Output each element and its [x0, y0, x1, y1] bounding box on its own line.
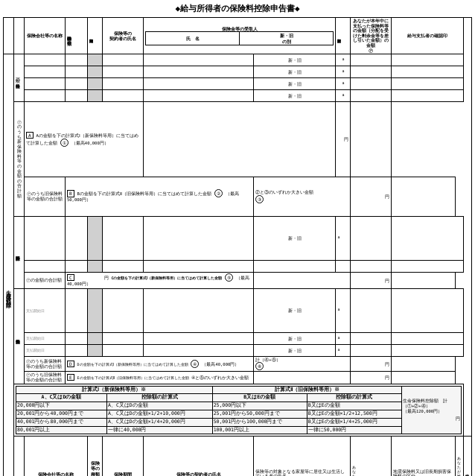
life-general-old-subtotal: ㋐のうち旧保険料等の金額の合計額 B Bの金額を下の計算式Ⅱ（旧保険料等用）に当…	[4, 177, 472, 216]
nursing-c-label: ㋐の金額の合計額	[25, 272, 66, 288]
circle-5: ⑤	[225, 273, 233, 282]
annuity-entry-3[interactable]: 支払開始日	[25, 344, 66, 356]
b-amount-cell[interactable]: 円	[351, 177, 392, 216]
nursing-recipient-2[interactable]	[144, 260, 254, 272]
recipient-name-2a[interactable]	[144, 66, 254, 78]
nursing-period-1[interactable]	[88, 216, 103, 260]
annuity-e-result	[254, 372, 351, 384]
nursing-c-result	[254, 272, 351, 288]
annuity-recipient-3[interactable]	[144, 344, 254, 356]
a-amount-cell[interactable]: 円	[336, 102, 351, 177]
entry-field-2a[interactable]	[25, 66, 66, 78]
period-field-3a[interactable]	[88, 78, 103, 90]
life-deduction-total-cell: 生命保険料控除額 計（①+②+④） （最高120,000円） 円	[401, 386, 461, 434]
circle-3-note: ③	[255, 195, 264, 203]
annuity-e-amount[interactable]: 円	[351, 372, 392, 384]
category-4a: a	[336, 90, 351, 102]
amount-1a[interactable]	[351, 54, 392, 66]
formula1-title: 計算式Ⅰ（新保険料等用）※	[16, 386, 213, 394]
nursing-confirm-1	[392, 216, 464, 260]
e-formula-text: Eの金額を下の計算式Ⅱ（旧保険料等用）に当てはめて計算した金額	[77, 375, 189, 380]
eq-insured-header: 保険等の対象となる家屋等に居住又は生活している者の氏名	[254, 437, 351, 476]
nursing-type-2[interactable]	[66, 260, 88, 272]
c-amount-input[interactable]: 円	[77, 276, 109, 280]
type-field-3a[interactable]	[66, 78, 88, 90]
annuity-recipient-1[interactable]	[144, 288, 254, 332]
entry-field-4a[interactable]	[25, 90, 66, 102]
annuity-amount-3[interactable]	[351, 344, 392, 356]
amount-3a[interactable]	[351, 78, 392, 90]
annuity-period-3[interactable]	[88, 344, 103, 356]
eq-type-header: 保険等の種類（目的）	[88, 437, 103, 476]
life-deduction-amount[interactable]: 円	[403, 416, 460, 422]
life-deduction-total-label: 生命保険料控除額 計（①+②+④）	[403, 399, 460, 408]
f1-range-3: 40,001円から80,000円まで	[16, 418, 107, 426]
annuity-type-3[interactable]	[66, 344, 88, 356]
eq-period-header: 保険期間	[103, 437, 144, 476]
nursing-period-2[interactable]	[88, 260, 103, 272]
contractor-field-4a[interactable]	[103, 90, 144, 102]
entry-field-3a[interactable]	[25, 78, 66, 90]
annuity-contractor-2[interactable]	[103, 332, 144, 344]
contractor-field-1a[interactable]	[103, 54, 144, 66]
annuity-entry-1[interactable]: 支払開始日	[25, 288, 66, 332]
b-formula-text: Bの金額を下の計算式Ⅱ（旧保険料等用）に当てはめて計算した金額	[77, 191, 211, 196]
annuity-row1: 個人年金保険料 支払開始日 新・旧 a	[4, 288, 472, 332]
annuity-new-old-2: 新・旧	[254, 332, 336, 344]
annuity-new-old-3: 新・旧	[254, 344, 336, 356]
period-field-1a[interactable]	[88, 54, 103, 66]
nursing-type-1[interactable]	[66, 216, 88, 260]
general-life-subsection-label: 一般の生命保険料	[14, 54, 25, 102]
annuity-period-2[interactable]	[88, 332, 103, 344]
annuity-row3: 支払開始日 新・旧 a	[4, 344, 472, 356]
annuity-contractor-1[interactable]	[103, 288, 144, 332]
annuity-type-1[interactable]	[66, 288, 88, 332]
nursing-c-amount[interactable]: 円	[351, 272, 392, 288]
nursing-entry-1[interactable]	[25, 216, 66, 260]
nursing-entry-2[interactable]	[25, 260, 66, 272]
nursing-contractor-1[interactable]	[103, 216, 144, 260]
recipient-name-1a[interactable]	[144, 54, 254, 66]
insurance-period-header: 保険期間	[88, 18, 103, 54]
annuity-type-2[interactable]	[66, 332, 88, 344]
nursing-contractor-2[interactable]	[103, 260, 144, 272]
entry-field-1a[interactable]	[25, 54, 66, 66]
period-field-4a[interactable]	[88, 90, 103, 102]
eq-contractor-header: 保険等の契約者の氏名	[144, 437, 254, 476]
circle-4: ④	[191, 360, 199, 368]
annuity-d-amount[interactable]: 円	[351, 356, 392, 372]
nursing-recipient-1[interactable]	[144, 216, 254, 260]
annuity-e-cell: E Eの金額を下の計算式Ⅱ（旧保険料等用）に当てはめて計算した金額 ④と⑤のいず…	[66, 372, 254, 384]
annuity-amount-1[interactable]	[351, 288, 392, 332]
company-name-header: 保険会社等の名称	[25, 18, 66, 54]
annuity-amount-2[interactable]	[351, 332, 392, 344]
nursing-amount-2[interactable]	[351, 260, 392, 272]
type-field-4a[interactable]	[66, 90, 88, 102]
nursing-amount-1[interactable]	[351, 216, 392, 260]
recipient-name-4a[interactable]	[144, 90, 254, 102]
recipient-name-3a[interactable]	[144, 78, 254, 90]
circle-1: ①	[60, 139, 68, 147]
type-field-1a[interactable]	[66, 54, 88, 66]
annuity-contractor-3[interactable]	[103, 344, 144, 356]
annuity-recipient-2[interactable]	[144, 332, 254, 344]
f2-calc-4: 一律に50,000円	[307, 426, 401, 434]
life-general-row1: 生命保険料控除 一般の生命保険料 新・旧 a	[4, 54, 472, 66]
d-formula-text: Dの金額を下の計算式Ⅰ（新保険料等用）に当てはめて計算した金額	[77, 362, 188, 366]
amount-2a[interactable]	[351, 66, 392, 78]
f1-calc-3: A、C又はDの金額×1/4+20,000円	[106, 418, 212, 426]
contractor-field-3a[interactable]	[103, 78, 144, 90]
period-field-2a[interactable]	[88, 66, 103, 78]
section-col-header	[4, 18, 14, 54]
confirm-1a	[392, 54, 464, 66]
annuity-cat-3: a	[336, 344, 351, 356]
a-max: （最高40,000円）	[71, 141, 109, 145]
type-field-2a[interactable]	[66, 66, 88, 78]
d-max: （最高40,000円）	[202, 362, 239, 366]
annuity-entry-2[interactable]: 支払開始日	[25, 332, 66, 344]
eq-type2-header: 地震保険料又は旧長期損害保険料の区分	[392, 437, 456, 476]
nursing-subsection-label: 介護医療保険料	[14, 216, 25, 288]
contractor-field-2a[interactable]	[103, 66, 144, 78]
annuity-period-1[interactable]	[88, 288, 103, 332]
amount-4a[interactable]	[351, 90, 392, 102]
